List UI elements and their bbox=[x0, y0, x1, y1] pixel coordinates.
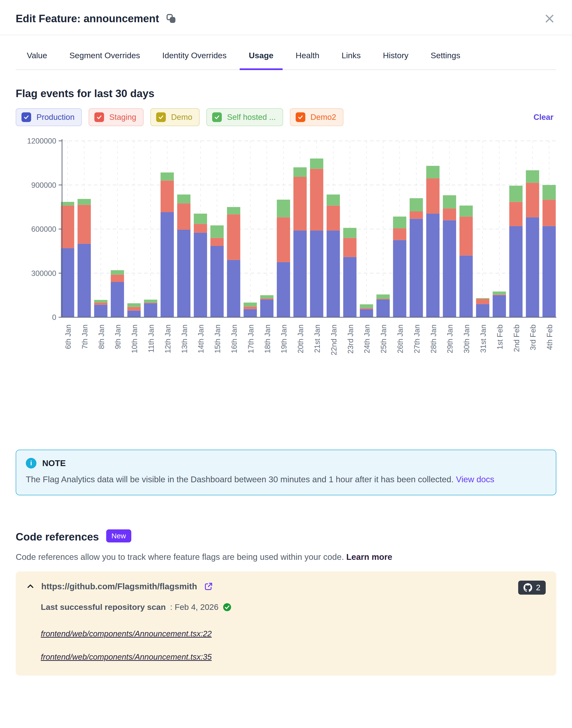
bar-segment bbox=[543, 185, 556, 200]
env-filter-staging[interactable]: Staging bbox=[88, 108, 144, 126]
bar-segment bbox=[277, 262, 290, 317]
bar-segment bbox=[243, 303, 257, 306]
file-reference-row: frontend/web/components/Announcement.tsx… bbox=[41, 652, 546, 662]
tab-health[interactable]: Health bbox=[285, 51, 331, 69]
svg-text:21st Jan: 21st Jan bbox=[313, 324, 321, 353]
bar-segment bbox=[128, 307, 141, 310]
copy-icon[interactable] bbox=[166, 14, 176, 23]
bar-segment bbox=[94, 303, 108, 305]
bar-segment bbox=[160, 173, 174, 181]
bar-segment bbox=[393, 228, 407, 240]
svg-text:600000: 600000 bbox=[31, 225, 56, 233]
tab-links[interactable]: Links bbox=[331, 51, 372, 69]
svg-text:17th Jan: 17th Jan bbox=[247, 324, 255, 353]
learn-more-link[interactable]: Learn more bbox=[346, 552, 392, 561]
env-filter-self-hosted[interactable]: Self hosted ... bbox=[206, 108, 283, 126]
file-reference-row: frontend/web/components/Announcement.tsx… bbox=[41, 629, 546, 639]
bar-segment bbox=[277, 217, 290, 262]
bar-segment bbox=[360, 308, 373, 309]
repo-card: https://github.com/Flagsmith/flagsmith 2… bbox=[16, 571, 556, 676]
chevron-up-icon[interactable] bbox=[26, 582, 34, 591]
bar-segment bbox=[177, 194, 191, 203]
svg-text:900000: 900000 bbox=[31, 181, 56, 189]
bar-segment bbox=[426, 178, 439, 214]
bar-segment bbox=[243, 307, 257, 309]
bar-segment bbox=[177, 203, 191, 230]
env-filter-label: Production bbox=[37, 113, 75, 122]
svg-text:27th Jan: 27th Jan bbox=[413, 324, 421, 353]
bar-segment bbox=[410, 198, 423, 211]
tab-identity-overrides[interactable]: Identity Overrides bbox=[151, 51, 237, 69]
svg-text:20th Jan: 20th Jan bbox=[296, 324, 305, 353]
env-filter-production[interactable]: Production bbox=[16, 108, 82, 126]
clear-filters-link[interactable]: Clear bbox=[533, 113, 554, 122]
svg-text:31st Jan: 31st Jan bbox=[479, 324, 488, 353]
code-references-description: Code references allow you to track where… bbox=[16, 552, 346, 561]
bar-segment bbox=[277, 199, 290, 217]
bar-segment bbox=[493, 292, 506, 295]
svg-text:22nd Jan: 22nd Jan bbox=[330, 324, 338, 355]
bar-segment bbox=[443, 195, 456, 208]
bar-segment bbox=[128, 311, 141, 317]
bar-segment bbox=[543, 199, 556, 226]
bar-segment bbox=[493, 295, 506, 317]
tab-settings[interactable]: Settings bbox=[420, 51, 471, 69]
tab-history[interactable]: History bbox=[372, 51, 420, 69]
svg-text:25th Jan: 25th Jan bbox=[379, 324, 388, 353]
bars bbox=[61, 159, 556, 317]
env-filter-demo2[interactable]: Demo2 bbox=[290, 108, 344, 126]
svg-text:1200000: 1200000 bbox=[27, 137, 56, 145]
bar-segment bbox=[177, 230, 191, 317]
tab-bar: ValueSegment OverridesIdentity Overrides… bbox=[16, 35, 556, 70]
bar-segment bbox=[410, 211, 423, 219]
svg-text:0: 0 bbox=[52, 313, 56, 321]
bar-segment bbox=[111, 270, 124, 275]
bar-segment bbox=[210, 226, 224, 238]
svg-text:6th Jan: 6th Jan bbox=[64, 324, 72, 349]
repo-url[interactable]: https://github.com/Flagsmith/flagsmith bbox=[41, 582, 197, 591]
bar-segment bbox=[310, 159, 324, 169]
bar-segment bbox=[260, 300, 274, 317]
bar-segment bbox=[459, 217, 473, 255]
bar-segment bbox=[327, 205, 340, 231]
svg-text:18th Jan: 18th Jan bbox=[263, 324, 272, 353]
tab-value[interactable]: Value bbox=[16, 51, 58, 69]
svg-text:19th Jan: 19th Jan bbox=[280, 324, 288, 353]
bar-segment bbox=[526, 170, 539, 183]
env-filter-label: Self hosted ... bbox=[227, 113, 276, 122]
bar-segment bbox=[443, 208, 456, 220]
external-link-icon[interactable] bbox=[204, 582, 213, 591]
view-docs-link[interactable]: View docs bbox=[456, 475, 494, 484]
bar-segment bbox=[144, 300, 157, 303]
bar-segment bbox=[343, 238, 356, 257]
file-reference-link[interactable]: frontend/web/components/Announcement.tsx… bbox=[41, 629, 212, 638]
svg-text:3rd Feb: 3rd Feb bbox=[529, 324, 537, 350]
svg-text:8th Jan: 8th Jan bbox=[97, 324, 106, 349]
bar-segment bbox=[210, 238, 224, 246]
svg-text:4th Feb: 4th Feb bbox=[546, 324, 554, 350]
bar-segment bbox=[327, 231, 340, 317]
bar-segment bbox=[194, 214, 207, 224]
svg-text:29th Jan: 29th Jan bbox=[446, 324, 454, 353]
code-references-header: Code references New bbox=[16, 530, 556, 543]
bar-segment bbox=[459, 205, 473, 217]
bar-segment bbox=[227, 260, 240, 317]
svg-text:15th Jan: 15th Jan bbox=[213, 324, 222, 353]
github-reference-count-badge[interactable]: 2 bbox=[518, 581, 546, 595]
bar-segment bbox=[61, 248, 74, 317]
bar-segment bbox=[293, 177, 307, 231]
tab-segment-overrides[interactable]: Segment Overrides bbox=[58, 51, 151, 69]
bar-segment bbox=[360, 309, 373, 317]
svg-text:9th Jan: 9th Jan bbox=[114, 324, 122, 349]
svg-text:10th Jan: 10th Jan bbox=[130, 324, 139, 353]
env-filter-demo[interactable]: Demo bbox=[150, 108, 200, 126]
bar-segment bbox=[360, 304, 373, 308]
note-title: NOTE bbox=[42, 459, 66, 468]
close-icon[interactable] bbox=[544, 13, 555, 24]
bar-segment bbox=[260, 298, 274, 300]
edit-feature-modal: Edit Feature: announcement ValueSegment … bbox=[0, 0, 572, 676]
file-reference-link[interactable]: frontend/web/components/Announcement.tsx… bbox=[41, 652, 212, 661]
bar-segment bbox=[476, 304, 490, 317]
svg-text:12th Jan: 12th Jan bbox=[164, 324, 172, 353]
tab-usage[interactable]: Usage bbox=[238, 51, 285, 69]
